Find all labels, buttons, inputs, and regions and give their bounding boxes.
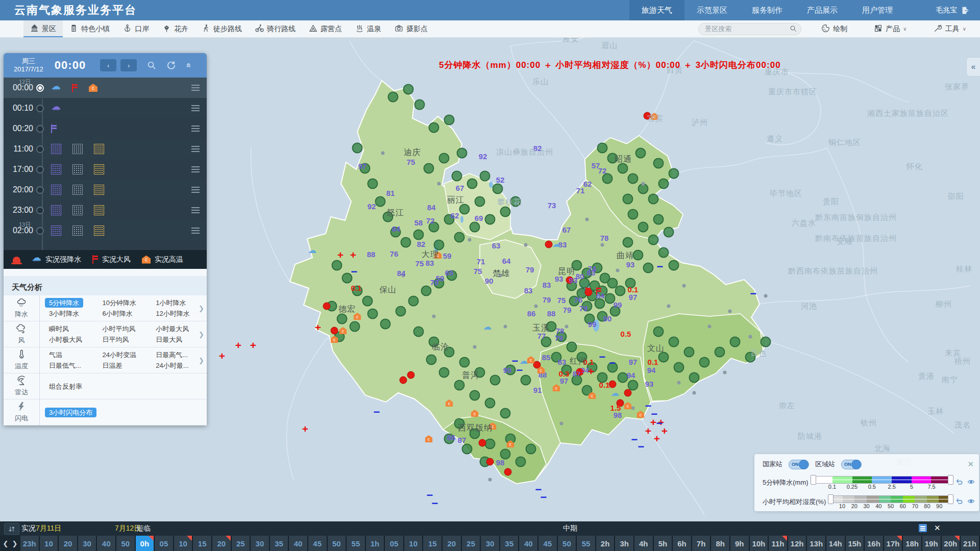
station-dot[interactable]: [684, 347, 695, 358]
station-dot-small[interactable]: [473, 345, 477, 349]
rain-cloud-icon[interactable]: ☁: [308, 245, 317, 256]
row-menu-icon[interactable]: [191, 85, 200, 91]
heavy-rain-station-dot[interactable]: [609, 381, 617, 388]
high-temp-icon[interactable]: c: [553, 384, 560, 391]
station-dot-small[interactable]: [642, 182, 645, 186]
chevron-right-icon[interactable]: ❯: [199, 305, 204, 312]
swap-order-icon[interactable]: [4, 523, 19, 535]
station-dot-small[interactable]: [468, 238, 472, 242]
station-dot[interactable]: [352, 143, 363, 154]
high-temp-icon[interactable]: c: [425, 435, 433, 442]
station-dot-small[interactable]: [585, 218, 589, 221]
timeline-cell[interactable]: 4h: [634, 536, 654, 551]
station-dot[interactable]: [658, 247, 669, 258]
row-menu-icon[interactable]: [191, 228, 200, 234]
analysis-item[interactable]: 小时平均风: [99, 323, 152, 334]
toolbar-item-特色小镇[interactable]: 特色小镇: [63, 20, 116, 37]
station-dot-small[interactable]: [749, 335, 752, 339]
timeline-cell[interactable]: 14h: [826, 536, 846, 551]
station-dot-small[interactable]: [524, 243, 528, 247]
timeline-cell[interactable]: 20: [59, 536, 78, 551]
schedule-row[interactable]: 00:20: [4, 118, 207, 139]
station-dot[interactable]: [628, 209, 639, 220]
analysis-item[interactable]: 1小时降水: [152, 297, 205, 308]
station-dot[interactable]: [375, 196, 386, 207]
station-dot-small[interactable]: [693, 391, 696, 395]
timeline-cell[interactable]: 25: [462, 536, 481, 551]
heavy-rain-station-dot[interactable]: [624, 389, 632, 397]
station-dot[interactable]: [516, 457, 526, 467]
station-dot[interactable]: [635, 148, 646, 159]
row-menu-icon[interactable]: [191, 146, 200, 152]
station-dot[interactable]: [618, 163, 628, 174]
analysis-item[interactable]: 日最大风: [152, 334, 205, 345]
station-dot[interactable]: [493, 184, 503, 194]
station-dot[interactable]: [628, 173, 639, 184]
toolbar-item-露营点[interactable]: 露营点: [302, 20, 349, 37]
station-dot-small[interactable]: [560, 422, 564, 425]
station-dot[interactable]: [457, 148, 468, 159]
station-dot-small[interactable]: [601, 243, 604, 247]
station-dot[interactable]: [350, 321, 360, 332]
station-dot[interactable]: [459, 204, 470, 215]
schedule-row[interactable]: 00:10: [4, 98, 207, 118]
station-dot[interactable]: [664, 227, 674, 238]
station-dot[interactable]: [332, 260, 342, 271]
toolbar-tool-绘制[interactable]: 绘制: [815, 20, 854, 37]
timeline-cell[interactable]: 21h: [961, 536, 980, 551]
station-dot[interactable]: [485, 214, 496, 225]
timeline-cell[interactable]: 40: [289, 536, 308, 551]
timeline-cell[interactable]: 13h: [807, 536, 826, 551]
analysis-item[interactable]: 日温差: [99, 360, 152, 371]
heavy-rain-station-dot[interactable]: [400, 377, 407, 384]
timeline-cell[interactable]: 30: [78, 536, 97, 551]
timeline-cell[interactable]: 9h: [730, 536, 750, 551]
row-menu-icon[interactable]: [191, 105, 200, 111]
analysis-item[interactable]: 5分钟降水: [45, 297, 99, 308]
prev-time-button[interactable]: ‹: [100, 59, 116, 71]
station-dot-small[interactable]: [708, 325, 712, 329]
undo-icon[interactable]: [955, 497, 963, 507]
timeline-cell[interactable]: 20: [443, 536, 462, 551]
station-dot-small[interactable]: [723, 371, 727, 374]
station-dot[interactable]: [444, 115, 455, 126]
station-dot[interactable]: [633, 250, 644, 261]
station-dot[interactable]: [480, 171, 491, 182]
timeline-cell[interactable]: 10: [174, 536, 193, 551]
heavy-rain-station-dot[interactable]: [323, 303, 331, 310]
list-view-icon[interactable]: [919, 524, 927, 532]
timeline-cell[interactable]: 11h: [769, 536, 788, 551]
station-dot[interactable]: [413, 327, 424, 337]
station-dot[interactable]: [615, 286, 626, 296]
station-dot[interactable]: [485, 439, 496, 449]
station-dot[interactable]: [459, 357, 470, 368]
high-temp-icon[interactable]: c: [446, 399, 453, 407]
station-dot[interactable]: [567, 342, 577, 353]
timeline-cell[interactable]: 7h: [692, 536, 712, 551]
station-dot[interactable]: [623, 194, 633, 205]
timeline-cell[interactable]: 20h: [942, 536, 961, 551]
station-dot[interactable]: [380, 319, 391, 330]
search-time-icon[interactable]: [147, 61, 156, 70]
next-time-button[interactable]: ›: [120, 59, 137, 71]
undo-icon[interactable]: [955, 478, 963, 487]
station-dot[interactable]: [337, 314, 348, 324]
timeline-cell[interactable]: 0h: [136, 536, 155, 551]
timeline-cell[interactable]: 12h: [788, 536, 807, 551]
station-dot[interactable]: [362, 296, 373, 307]
station-dot[interactable]: [424, 163, 434, 174]
analysis-item[interactable]: 6小时降水: [99, 308, 152, 319]
analysis-item[interactable]: 小时极大风: [45, 334, 99, 345]
station-dot[interactable]: [761, 337, 771, 347]
heavy-rain-station-dot[interactable]: [486, 458, 494, 466]
heavy-rain-station-dot[interactable]: [545, 241, 553, 248]
timeline-cell[interactable]: 19h: [922, 536, 942, 551]
station-dot[interactable]: [658, 179, 669, 189]
analysis-item[interactable]: 小时最大风: [152, 323, 205, 334]
time-radio[interactable]: [36, 186, 44, 194]
timeline-cell[interactable]: 50: [558, 536, 577, 551]
timeline-cell[interactable]: 55: [347, 536, 366, 551]
row-menu-icon[interactable]: [191, 207, 200, 213]
collapse-panel-icon[interactable]: «: [186, 60, 191, 70]
station-dot[interactable]: [403, 84, 414, 95]
